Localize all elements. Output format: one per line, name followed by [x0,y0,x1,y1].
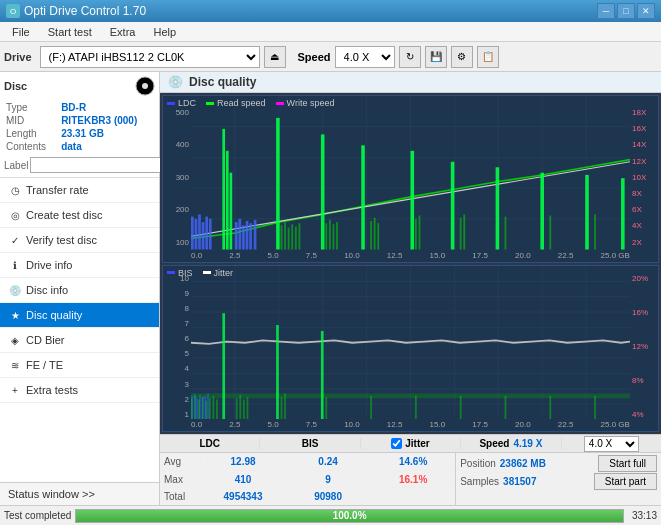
contents-label: Contents [6,141,59,152]
disc-panel-title: Disc [4,80,27,92]
svg-rect-49 [370,221,372,250]
y-right-4x: 4X [630,221,658,230]
svg-rect-45 [325,223,327,249]
stats-data-right: Position 23862 MB Start full Samples 381… [456,453,661,505]
minimize-button[interactable]: ─ [597,3,615,19]
chart-top-y-axis-right: 18X 16X 14X 12X 10X 8X 6X 4X 2X [630,96,658,262]
progress-area: Test completed 100.0% 33:13 [0,505,661,525]
svg-rect-88 [202,397,204,419]
svg-rect-53 [419,216,421,250]
svg-rect-39 [281,225,283,249]
menu-help[interactable]: Help [145,24,184,40]
svg-rect-98 [284,393,286,419]
speed-select[interactable]: 4.0 X [335,46,395,68]
save-button[interactable]: 💾 [425,46,447,68]
extra-tests-icon: + [8,383,22,397]
menu-extra[interactable]: Extra [102,24,144,40]
svg-rect-57 [549,216,551,250]
avg-ldc: 12.98 [200,456,285,467]
stats-max-row: Max 410 9 16.1% [160,471,455,489]
write-speed-legend: Write speed [276,98,335,108]
label-input[interactable] [30,157,163,173]
svg-rect-15 [191,217,194,250]
sidebar: Disc Type BD-R MID RITEKBR3 (000) [0,72,160,505]
eject-button[interactable]: ⏏ [264,46,286,68]
bis-chart: BIS Jitter [162,265,659,433]
samples-label: Samples [460,476,499,487]
x-label-0: 0.0 [191,251,202,260]
sidebar-item-disc-info[interactable]: 💿 Disc info [0,278,159,303]
x-label-2-5: 2.5 [229,251,240,260]
sidebar-item-extra-tests[interactable]: + Extra tests [0,378,159,403]
sidebar-item-disc-quality[interactable]: ★ Disc quality [0,303,159,328]
disc-quality-icon: ★ [8,308,22,322]
ldc-legend: LDC [167,98,196,108]
svg-rect-89 [205,400,207,419]
position-row: Position 23862 MB Start full [460,455,657,473]
max-jitter: 16.1% [370,474,455,485]
chart-top-x-axis: 0.0 2.5 5.0 7.5 10.0 12.5 15.0 17.5 20.0… [191,251,630,260]
svg-rect-79 [196,398,198,419]
sidebar-item-cd-bier[interactable]: ◈ CD Bier [0,328,159,353]
menu-start-test[interactable]: Start test [40,24,100,40]
maximize-button[interactable]: □ [617,3,635,19]
sidebar-item-transfer-rate[interactable]: ◷ Transfer rate [0,178,159,203]
svg-rect-31 [321,134,325,249]
max-label: Max [160,474,200,485]
stats-ldc-header: LDC [160,438,260,449]
progress-time: 33:13 [632,510,657,521]
mid-value: RITEKBR3 (000) [61,115,153,126]
x2-label-0: 0.0 [191,420,202,429]
svg-rect-44 [299,223,301,249]
svg-rect-93 [236,398,238,419]
drive-select[interactable]: (F:) ATAPI iHBS112 2 CL0K [40,46,260,68]
sidebar-item-drive-info[interactable]: ℹ Drive info [0,253,159,278]
disc-header: Disc [4,76,155,96]
position-info: Position 23862 MB [460,458,546,469]
avg-bis: 0.24 [285,456,370,467]
y-label-7: 7 [163,319,191,328]
svg-rect-50 [374,218,376,250]
contents-value: data [61,141,153,152]
svg-rect-48 [336,222,338,249]
length-label: Length [6,128,59,139]
extra-button[interactable]: 📋 [477,46,499,68]
create-test-disc-icon: ◎ [8,208,22,222]
svg-rect-29 [254,220,257,250]
y-right-12pct: 12% [630,342,658,351]
close-button[interactable]: ✕ [637,3,655,19]
y-right-10x: 10X [630,173,658,182]
sidebar-item-create-test-disc[interactable]: ◎ Create test disc [0,203,159,228]
jitter-checkbox[interactable] [391,438,402,449]
settings-button[interactable]: ⚙ [451,46,473,68]
svg-rect-25 [238,219,241,250]
svg-rect-85 [191,398,193,419]
y-right-18x: 18X [630,108,658,117]
refresh-button[interactable]: ↻ [399,46,421,68]
x-label-25-gb: 25.0 GB [601,251,630,260]
status-window-button[interactable]: Status window >> [0,482,159,505]
sidebar-item-label: CD Bier [26,334,65,346]
label-field-label: Label [4,160,28,171]
x2-label-15: 15.0 [430,420,446,429]
svg-rect-26 [242,225,245,249]
svg-rect-96 [247,397,249,419]
chart-bottom-x-axis: 0.0 2.5 5.0 7.5 10.0 12.5 15.0 17.5 20.0… [191,420,630,429]
svg-rect-37 [585,175,589,250]
svg-rect-51 [377,223,379,249]
sidebar-item-verify-test-disc[interactable]: ✓ Verify test disc [0,228,159,253]
svg-rect-21 [222,129,225,250]
jitter-legend: Jitter [203,268,234,278]
menu-file[interactable]: File [4,24,38,40]
sidebar-item-fe-te[interactable]: ≋ FE / TE [0,353,159,378]
svg-rect-105 [594,395,596,419]
empty-row [460,491,657,503]
stats-speed-select[interactable]: 4.0 X [584,436,639,452]
y-right-16x: 16X [630,124,658,133]
svg-rect-84 [191,393,630,398]
start-part-button[interactable]: Start part [594,473,657,490]
start-full-button[interactable]: Start full [598,455,657,472]
svg-rect-27 [246,221,249,250]
y-right-20pct: 20% [630,274,658,283]
y-label-9: 9 [163,289,191,298]
